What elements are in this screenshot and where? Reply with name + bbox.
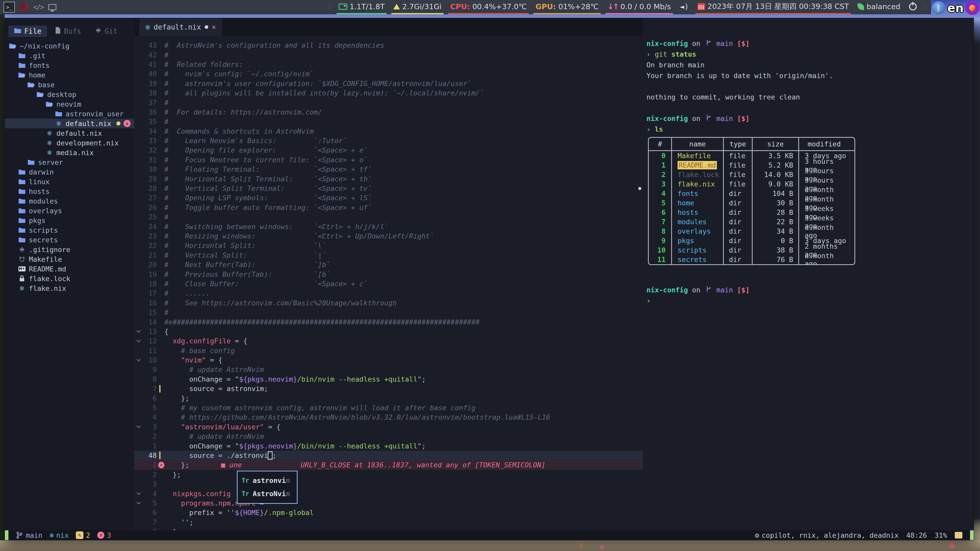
code-line[interactable]: 41# Related folders: — [134, 60, 643, 69]
code-line[interactable]: 26# Toggle buffer auto formatting: `<Spa… — [134, 203, 643, 212]
completion-item-astronvi[interactable]: Trastronvim — [238, 474, 297, 487]
tree-item-neovim[interactable]: neovim — [5, 99, 134, 109]
tree-item-linux[interactable]: linux — [5, 177, 134, 186]
code-line[interactable]: 4 # https://github.com/AstroNvim/AstroNv… — [134, 413, 643, 422]
tree-item-default.nix[interactable]: ❄default.nix✗ — [5, 119, 134, 128]
fold-chevron-icon[interactable] — [134, 330, 143, 332]
code-line[interactable]: 1✗ };■ uneURLY_B_CLOSE at 1836..1837, wa… — [134, 460, 643, 470]
code-line[interactable]: 36# For details: https://astronvim.com/ — [134, 107, 643, 117]
code-line[interactable]: 6 }; — [134, 393, 643, 403]
fold-chevron-icon[interactable] — [134, 426, 143, 427]
fold-chevron-icon[interactable] — [134, 502, 143, 504]
firefox-icon[interactable] — [19, 3, 29, 12]
fold-chevron-icon[interactable] — [134, 359, 143, 361]
power-profile-stat[interactable]: balanced — [856, 0, 902, 14]
code-line[interactable]: 3 "astronvim/lua/user" = { — [134, 422, 643, 432]
code-line[interactable]: 23# Resizing windows: `<Ctrl> + Up/Down/… — [134, 231, 643, 241]
cpu-stat[interactable]: CPU: 00.4%+37.0℃ — [448, 0, 529, 14]
code-line[interactable]: 27# Opening LSP symbols: `<Space> + lS` — [134, 193, 643, 203]
tree-item-flake.nix[interactable]: ❄flake.nix — [5, 283, 134, 293]
tree-item-desktop[interactable]: desktop — [5, 89, 134, 99]
tree-item-flake.lock[interactable]: flake.lock — [5, 274, 134, 283]
code-line[interactable]: 12 xdg.configFile = { — [134, 336, 643, 346]
tree-item-media.nix[interactable]: ❄media.nix — [5, 148, 134, 157]
code-line[interactable]: 33# Learn Neovim's Basics: `:Tutor` — [134, 136, 643, 145]
tree-item-.git[interactable]: .git — [5, 51, 134, 60]
code-line[interactable]: 39# astronvim's user configuration: `$XD… — [134, 79, 643, 88]
code-line[interactable]: 40# nvim's config: `~/.config/nvim` — [134, 69, 643, 79]
statusline-warnings[interactable]: ✎ 2 — [76, 531, 90, 539]
code-line[interactable]: 43# AstroNvim's configuration and all it… — [134, 41, 643, 50]
tree-item-darwin[interactable]: darwin — [5, 167, 134, 177]
sidebar-tab-file[interactable]: File — [8, 25, 47, 37]
keyboard-layout-indicator[interactable]: en — [947, 1, 964, 15]
code-line[interactable]: 37# — [134, 98, 643, 107]
bluetooth-icon[interactable]: ᛒ — [932, 1, 945, 14]
code-line[interactable]: 6 prefix = ''${HOME}/.npm-global — [134, 508, 643, 517]
code-line[interactable]: 7 ''; — [134, 518, 643, 527]
code-line[interactable]: 8 onChange = "${pkgs.neovim}/bin/nvim --… — [134, 375, 643, 384]
code-line[interactable]: 38# all plugins will be installed into(b… — [134, 88, 643, 98]
volume-indicator[interactable]: ◄) — [678, 0, 691, 14]
code-line[interactable]: 21# Vertical Split: `|` — [134, 251, 643, 260]
code-line[interactable]: 42# — [134, 50, 643, 59]
clock-stat[interactable]: 2023年 07月 13日 星期四 00:39:38 CST — [695, 0, 851, 14]
code-line[interactable]: 2 }; — [134, 470, 643, 479]
code-line[interactable]: 11 # base config — [134, 346, 643, 355]
code-line[interactable]: 22# Horizontal Split: `\` — [134, 241, 643, 250]
code-icon[interactable]: </> — [33, 3, 44, 11]
close-file-icon[interactable]: ✗ — [124, 120, 130, 127]
tree-item-nix-config[interactable]: ~/nix-config — [5, 41, 134, 51]
code-line[interactable]: 14#e####################################… — [134, 317, 643, 327]
tree-item-README.md[interactable]: README.md — [5, 264, 134, 274]
code-area[interactable]: 43# AstroNvim's configuration and all it… — [134, 36, 643, 530]
tree-item-astronvimuser[interactable]: astronvim_user — [5, 109, 134, 119]
tree-item-development.nix[interactable]: ❄development.nix — [5, 138, 134, 148]
completion-item-astronvi[interactable]: TrAstroNvim — [238, 487, 297, 500]
code-line[interactable]: 7 source = astronvim; — [134, 384, 643, 393]
tree-item-pkgs[interactable]: pkgs — [5, 216, 134, 225]
code-line[interactable]: 29# Horizontal Split Terminal: `<Space> … — [134, 174, 643, 183]
code-line[interactable]: 5 # my cusotom astronvim config, astronv… — [134, 403, 643, 413]
fold-chevron-icon[interactable] — [134, 493, 143, 494]
network-stat[interactable]: ↓↑ 0.0 / 0.0 Mb/s — [605, 0, 673, 14]
disk-usage-stat[interactable]: 1.1T/1.8T — [337, 0, 387, 14]
sidebar-tab-bufs[interactable]: Bufs — [49, 25, 86, 37]
tree-item-secrets[interactable]: secrets — [5, 235, 134, 245]
code-line[interactable]: 25# — [134, 212, 643, 222]
tree-item-modules[interactable]: modules — [5, 196, 134, 206]
code-line[interactable]: 2 # update AstroNvim — [134, 432, 643, 441]
code-line[interactable]: 4 nixpkgs.config — [134, 489, 643, 498]
code-line[interactable]: 31# Focus Neotree to current file: `<Spa… — [134, 155, 643, 165]
code-line[interactable]: 1 onChange = "${pkgs.neovim}/bin/nvim --… — [134, 441, 643, 451]
flame-icon[interactable] — [965, 1, 980, 15]
code-line[interactable]: 19# Previous Buffer(Tab): `[b` — [134, 269, 643, 279]
sidebar-tab-git[interactable]: Git — [89, 25, 123, 37]
power-button[interactable] — [907, 0, 919, 14]
code-line[interactable]: 32# Opening file explorer: `<Space> + e` — [134, 145, 643, 155]
statusline-errors[interactable]: ✗ 3 — [97, 531, 111, 539]
tree-item-server[interactable]: server — [5, 157, 134, 167]
code-line[interactable]: 18# Close Buffer: `<Space> + c` — [134, 279, 643, 289]
terminal-icon[interactable]: >_ — [3, 2, 15, 13]
code-line[interactable]: 8 }; — [134, 527, 643, 530]
code-line[interactable]: 9 # update AstroNvim — [134, 365, 643, 374]
code-line[interactable]: 28# Vertical Split Terminal: `<Space> + … — [134, 184, 643, 193]
tree-item-scripts[interactable]: scripts — [5, 225, 134, 235]
code-line[interactable]: 13{ — [134, 327, 643, 336]
tree-item-base[interactable]: base — [5, 80, 134, 89]
code-line[interactable]: 5 programs.npm.npmrc = '' — [134, 499, 643, 508]
code-line[interactable]: 35# — [134, 117, 643, 126]
code-line[interactable]: 15# — [134, 308, 643, 317]
code-line-cursor[interactable]: 48 source = ./astronvim; — [134, 451, 643, 460]
split-separator-handle[interactable] — [638, 187, 641, 190]
tree-item-hosts[interactable]: hosts — [5, 186, 134, 196]
code-line[interactable]: 30# Floating Terminal: `<Space> + tf` — [134, 165, 643, 174]
completion-popup[interactable]: TrastronvimTrAstroNvim — [237, 471, 298, 504]
code-line[interactable]: 10 "nvim" = { — [134, 355, 643, 365]
tree-item-Makefile[interactable]: Makefile — [5, 254, 134, 264]
tree-item-home[interactable]: home — [5, 70, 134, 80]
code-line[interactable]: 17# ...... — [134, 289, 643, 298]
monitor-icon[interactable] — [48, 4, 56, 10]
code-line[interactable]: 20# Next Buffer(Tab): `]b` — [134, 260, 643, 269]
